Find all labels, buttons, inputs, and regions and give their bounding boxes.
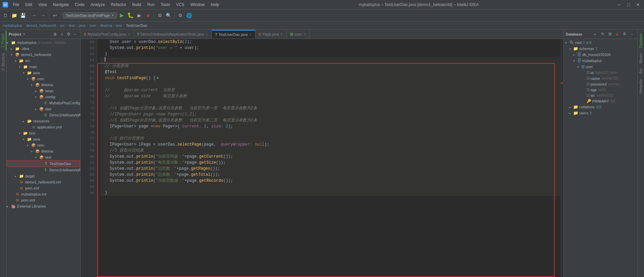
tree-item-demo1pom[interactable]: ▸ M pom.xml (7, 185, 80, 191)
db-item-mybatisplus-schema[interactable]: ▾ 🗄 mybatisplus (564, 58, 637, 64)
menu-navigate[interactable]: Navigate (50, 2, 71, 8)
menu-window[interactable]: Window (188, 2, 207, 8)
tree-item-rootpom[interactable]: ▸ M pom.xml (7, 197, 80, 203)
menu-analyze[interactable]: Analyze (88, 2, 108, 8)
tab-hierarchy[interactable]: Hierarchy (638, 76, 644, 96)
tree-item-test-pkg[interactable]: ▾ 📦 test (7, 154, 80, 160)
db-item-root[interactable]: ▾ 🔌 root 2 of 8 (564, 40, 637, 46)
project-minimize-icon[interactable]: ─ (72, 31, 78, 37)
db-settings-btn[interactable]: ⚙ (621, 31, 628, 38)
tab-testuserdao[interactable]: T TestUserDao.java ✕ (212, 30, 255, 39)
maximize-button[interactable]: □ (625, 1, 632, 8)
tab-mybatisplusconfig[interactable]: C MybatisPlusConfig.java ✕ (81, 30, 134, 39)
tree-item-resources[interactable]: ▸ 📂 resources (7, 118, 80, 124)
db-item-user-table[interactable]: ▾ ⊞ user (564, 64, 637, 70)
db-minimize-btn[interactable]: ─ (629, 31, 635, 38)
project-collapse-icon[interactable]: ≡ (59, 31, 65, 37)
toolbar-back-btn[interactable]: ← (31, 11, 39, 19)
breadcrumb-demo1[interactable]: demo1_helloworld (26, 23, 56, 27)
breadcrumb-testpkg[interactable]: test (116, 23, 122, 27)
close-button[interactable]: ✕ (635, 1, 641, 8)
tree-item-main[interactable]: ▾ 📁 main (7, 64, 80, 70)
toolbar-settings-btn[interactable]: ⚙ (176, 11, 184, 19)
db-add-btn[interactable]: + (592, 31, 598, 38)
tree-item-appyml[interactable]: ▸ ⚙ application.yml (7, 124, 80, 130)
project-sync-icon[interactable]: ⊕ (52, 31, 58, 37)
tree-item-mybatisplusiml[interactable]: ▸ M mybatisplus.iml (7, 191, 80, 197)
menu-edit[interactable]: Edit (22, 2, 35, 8)
breadcrumb-src[interactable]: src (60, 23, 65, 27)
tree-item-testuserdao[interactable]: ▸ T TestUserDao (7, 160, 80, 167)
tab-structure[interactable]: 2: Structure (0, 50, 6, 73)
db-item-collations[interactable]: ▸ 📁 collations 222 (564, 104, 637, 110)
db-item-dbhouse[interactable]: ▸ 🗄 db_house220106 (564, 52, 637, 58)
project-settings-icon[interactable]: ⚙ (65, 31, 71, 37)
breadcrumb-java[interactable]: java (79, 23, 85, 27)
tree-item-java-test[interactable]: ▾ 📂 java (7, 136, 80, 142)
run-button[interactable]: ▶ (118, 11, 126, 19)
tab-page[interactable]: C Page.java ✕ (255, 30, 287, 39)
tree-item-itheima[interactable]: ▾ 📦 itheima (7, 82, 80, 88)
tree-item-com-test[interactable]: ▾ 📦 com (7, 142, 80, 148)
menu-run[interactable]: Run (145, 2, 157, 8)
tab-close[interactable]: ✕ (205, 33, 208, 36)
tab-close[interactable]: ✕ (280, 33, 283, 36)
menu-vcs[interactable]: VCS (174, 2, 187, 8)
toolbar-forward-btn[interactable]: → (39, 11, 47, 19)
menu-help[interactable]: Help (208, 2, 222, 8)
menu-build[interactable]: Build (130, 2, 144, 8)
tab-user[interactable]: ⊞ user ✕ (287, 30, 309, 39)
breadcrumb-com[interactable]: com (89, 23, 96, 27)
tab-close[interactable]: ✕ (128, 33, 130, 36)
db-stop-btn[interactable]: ■ (614, 31, 621, 38)
tree-item-java-main[interactable]: ▾ 📂 java (7, 70, 80, 76)
toolbar-coverage-btn[interactable]: ▶ (135, 11, 143, 19)
tree-item-idea[interactable]: ▸ 📁 .idea (7, 46, 80, 52)
menu-file[interactable]: File (10, 2, 22, 8)
tree-item-config[interactable]: ▾ 📦 config (7, 94, 80, 100)
db-refresh-btn[interactable]: ↻ (599, 31, 606, 38)
breadcrumb-itheima[interactable]: itheima (100, 23, 112, 27)
toolbar-save-btn[interactable]: 💾 (19, 11, 27, 19)
db-item-schemas[interactable]: ▾ 📁 schemas 2 (564, 46, 637, 52)
menu-tools[interactable]: Tools (158, 2, 173, 8)
debug-button[interactable]: 🐛 (127, 11, 135, 19)
toolbar-open-btn[interactable]: 📁 (10, 11, 18, 19)
tree-item-target[interactable]: ▸ 📁 target (7, 173, 80, 179)
toolbar-stop-btn[interactable]: ■ (144, 11, 152, 19)
tree-item-com[interactable]: ▾ 📦 com (7, 76, 80, 82)
minimize-button[interactable]: ─ (616, 1, 623, 8)
db-filter-btn[interactable]: ⊞ (606, 31, 613, 38)
run-config-selector[interactable]: TestUserDao.testFindPage ▼ (63, 12, 117, 18)
db-item-password[interactable]: ⊡ password varchar... (564, 81, 637, 87)
tab-project[interactable]: 1: Project (0, 31, 6, 50)
tab-ant[interactable]: Ant (638, 66, 644, 76)
toolbar-translate-btn[interactable]: 🌐 (185, 11, 193, 19)
tab-maven[interactable]: Maven (638, 51, 644, 66)
tree-item-src[interactable]: ▾ 📂 src (7, 58, 80, 64)
tree-item-demo1app[interactable]: ▸ C Demo1HelloworldApplication (7, 112, 80, 118)
tree-item-mybatisplusconfig[interactable]: ▸ C MybatisPlusConfig (7, 100, 80, 106)
breadcrumb-test[interactable]: test (69, 23, 75, 27)
toolbar-find-btn[interactable]: 🔍 (164, 11, 172, 19)
breadcrumb-mybatisplus[interactable]: mybatisplus (3, 23, 22, 27)
tree-item-extlibs[interactable]: ▸ 📚 External Libraries (7, 203, 80, 209)
db-item-name[interactable]: ⊡ name varchar(32) (564, 75, 637, 81)
db-item-users[interactable]: ▸ 📁 users 3 (564, 110, 637, 116)
menu-refactor[interactable]: Refactor (108, 2, 129, 8)
tree-item-dao[interactable]: ▸ 📦 dao (7, 106, 80, 112)
toolbar-undo-btn[interactable]: ↩ (51, 11, 59, 19)
tab-database[interactable]: Database (638, 31, 644, 51)
tab-close[interactable]: ✕ (303, 33, 306, 36)
tree-item-itheima-test[interactable]: ▾ 📦 itheima (7, 148, 80, 154)
tree-item-bean[interactable]: ▸ 📦 bean (7, 88, 80, 94)
db-item-id[interactable]: ⊡ id bigint(20) (auto (564, 70, 637, 75)
toolbar-build-btn[interactable]: ⚙ (156, 11, 164, 19)
db-item-primary[interactable]: 🔑 PRIMARY (id) (564, 98, 637, 104)
tab-close[interactable]: ✕ (249, 33, 252, 37)
tree-item-demo1iml[interactable]: ▸ M demo1_helloworld.iml (7, 179, 80, 185)
tree-item-test[interactable]: ▾ 📂 test (7, 130, 80, 136)
db-item-tel[interactable]: ⊡ tel varchar(32) (564, 93, 637, 98)
tab-demo1tests[interactable]: T Demo1HelloworldApplicationTests.java ✕ (134, 30, 212, 39)
menu-view[interactable]: View (36, 2, 50, 8)
